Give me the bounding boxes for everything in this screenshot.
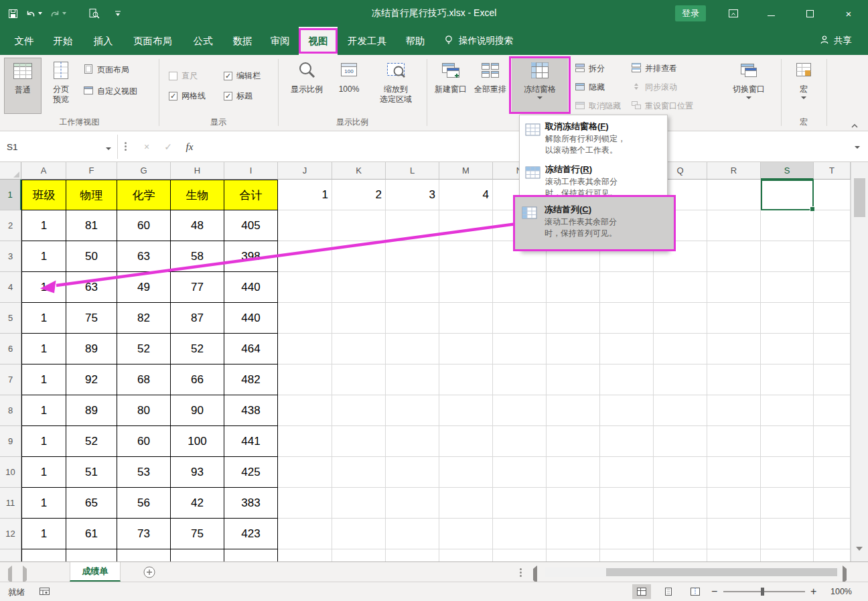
cell-P6[interactable] — [600, 334, 654, 364]
cell-T12[interactable] — [814, 519, 851, 549]
tab-page-layout[interactable]: 页面布局 — [123, 27, 182, 55]
insert-function-button[interactable]: fx — [179, 135, 200, 159]
login-button[interactable]: 登录 — [675, 5, 706, 21]
cell-L9[interactable] — [386, 426, 439, 457]
cell-P13[interactable] — [600, 549, 654, 561]
custom-views-button[interactable]: 自定义视图 — [83, 83, 137, 99]
cell-S10[interactable] — [761, 457, 814, 488]
qat-customize-icon[interactable] — [114, 9, 122, 17]
cell-A4[interactable]: 1 — [21, 272, 66, 303]
cell-H13[interactable] — [171, 549, 224, 561]
cell-O13[interactable] — [547, 549, 600, 561]
zoom-button[interactable]: 显示比例 — [285, 58, 329, 114]
cell-G7[interactable]: 68 — [117, 364, 171, 395]
cell-S5[interactable] — [761, 303, 814, 334]
cell-I1[interactable]: 合计 — [224, 180, 278, 210]
cell-A1[interactable]: 班级 — [21, 180, 66, 210]
cell-R7[interactable] — [707, 364, 761, 395]
page-break-preview-button[interactable]: 分页 预览 — [43, 58, 79, 114]
cell-I12[interactable]: 423 — [224, 519, 278, 549]
name-box[interactable]: S1 — [0, 135, 118, 159]
cell-I4[interactable]: 440 — [224, 272, 278, 303]
cell-R9[interactable] — [707, 426, 761, 457]
cell-S12[interactable] — [761, 519, 814, 549]
tell-me-search[interactable]: 操作说明搜索 — [443, 27, 513, 55]
cell-K5[interactable] — [332, 303, 386, 334]
cell-P7[interactable] — [600, 364, 654, 395]
cell-G13[interactable] — [117, 549, 171, 561]
cell-O5[interactable] — [547, 303, 600, 334]
cell-J2[interactable] — [278, 210, 332, 241]
cell-N11[interactable] — [493, 488, 547, 519]
cell-S11[interactable] — [761, 488, 814, 519]
cell-S9[interactable] — [761, 426, 814, 457]
column-header-H[interactable]: H — [171, 162, 224, 180]
cell-G9[interactable]: 60 — [117, 426, 171, 457]
cell-L3[interactable] — [386, 241, 439, 272]
cell-G4[interactable]: 49 — [117, 272, 171, 303]
column-header-A[interactable]: A — [21, 162, 66, 180]
cell-J11[interactable] — [278, 488, 332, 519]
cell-K10[interactable] — [332, 457, 386, 488]
cell-N6[interactable] — [493, 334, 547, 364]
tab-developer[interactable]: 开发工具 — [338, 27, 396, 55]
cell-L8[interactable] — [386, 395, 439, 426]
cell-O6[interactable] — [547, 334, 600, 364]
cell-Q5[interactable] — [654, 303, 707, 334]
cell-R8[interactable] — [707, 395, 761, 426]
cell-L2[interactable] — [386, 210, 439, 241]
horizontal-scrollbar[interactable] — [545, 567, 840, 577]
cell-A10[interactable]: 1 — [21, 457, 66, 488]
select-all-corner[interactable] — [0, 162, 21, 180]
tab-home[interactable]: 开始 — [43, 27, 83, 55]
tab-insert[interactable]: 插入 — [83, 27, 123, 55]
row-header-3[interactable]: 3 — [0, 241, 21, 272]
row-header-6[interactable]: 6 — [0, 334, 21, 364]
cell-F2[interactable]: 81 — [66, 210, 117, 241]
cell-M13[interactable] — [439, 549, 493, 561]
cell-M4[interactable] — [439, 272, 493, 303]
cell-G6[interactable]: 52 — [117, 334, 171, 364]
cell-P9[interactable] — [600, 426, 654, 457]
cell-R6[interactable] — [707, 334, 761, 364]
cell-R2[interactable] — [707, 210, 761, 241]
row-header-11[interactable]: 11 — [0, 488, 21, 519]
cell-A2[interactable]: 1 — [21, 210, 66, 241]
cell-A6[interactable]: 1 — [21, 334, 66, 364]
tab-formulas[interactable]: 公式 — [182, 27, 224, 55]
column-header-G[interactable]: G — [117, 162, 171, 180]
cell-J9[interactable] — [278, 426, 332, 457]
ribbon-display-options-icon[interactable] — [718, 0, 749, 27]
cell-O12[interactable] — [547, 519, 600, 549]
column-header-T[interactable]: T — [814, 162, 851, 180]
zoom-slider[interactable] — [723, 591, 805, 592]
new-window-button[interactable]: 新建窗口 — [432, 58, 469, 114]
hscroll-right-icon[interactable] — [843, 569, 847, 581]
cell-L12[interactable] — [386, 519, 439, 549]
page-layout-view-button[interactable]: 页面布局 — [83, 62, 129, 78]
cell-K3[interactable] — [332, 241, 386, 272]
cell-M5[interactable] — [439, 303, 493, 334]
cell-N5[interactable] — [493, 303, 547, 334]
cell-P5[interactable] — [600, 303, 654, 334]
cell-A8[interactable]: 1 — [21, 395, 66, 426]
cell-O8[interactable] — [547, 395, 600, 426]
cell-F11[interactable]: 65 — [66, 488, 117, 519]
close-button[interactable]: × — [833, 0, 864, 27]
column-header-I[interactable]: I — [224, 162, 278, 180]
cell-K8[interactable] — [332, 395, 386, 426]
cell-H12[interactable]: 75 — [171, 519, 224, 549]
row-header-5[interactable]: 5 — [0, 303, 21, 334]
undo-button[interactable] — [25, 9, 42, 19]
gridlines-checkbox[interactable]: ✓ 网格线 — [169, 90, 206, 102]
cell-T6[interactable] — [814, 334, 851, 364]
column-header-J[interactable]: J — [278, 162, 332, 180]
row-header-4[interactable]: 4 — [0, 272, 21, 303]
view-page-break-button[interactable] — [686, 584, 705, 599]
cell-A12[interactable]: 1 — [21, 519, 66, 549]
minimize-button[interactable] — [755, 0, 786, 27]
cell-J12[interactable] — [278, 519, 332, 549]
zoom-out-button[interactable]: − — [711, 586, 717, 598]
cell-J10[interactable] — [278, 457, 332, 488]
cell-T4[interactable] — [814, 272, 851, 303]
